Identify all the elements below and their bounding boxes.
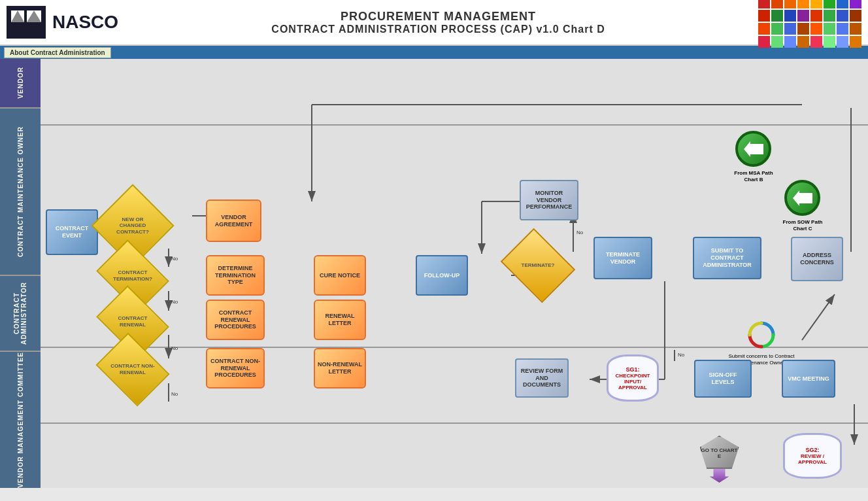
divider-3	[41, 423, 868, 424]
sign-off-box: SIGN-OFF LEVELS	[694, 360, 752, 398]
divider-1	[41, 124, 868, 126]
color-cell	[837, 36, 848, 48]
review-form-box: REVIEW FORM AND DOCUMENTS	[515, 358, 569, 398]
color-cell	[837, 23, 848, 35]
color-cell	[850, 10, 861, 22]
color-cell	[810, 0, 822, 9]
terminate-vendor-box: TERMINATE VENDOR	[593, 237, 652, 279]
diagram-area: VENDOR CONTRACT MAINTENANCE OWNER CONTRA…	[0, 59, 868, 488]
arrow-left-icon	[744, 141, 763, 157]
follow-up-box: FOLLOW-UP	[416, 255, 468, 296]
svg-text:No: No	[678, 352, 685, 358]
renewal-letter-box: RENEWAL LETTER	[314, 300, 366, 340]
down-arrow-purple	[710, 469, 729, 483]
renewal-procedures-box: CONTRACT RENEWAL PROCEDURES	[206, 300, 265, 340]
about-tab[interactable]: About Contract Administration	[4, 47, 111, 58]
color-cell	[797, 36, 809, 48]
go-to-chart-e: GO TO CHART E	[698, 436, 741, 483]
non-renewal-procedures-box: CONTRACT NON-RENEWAL PROCEDURES	[206, 348, 265, 389]
arrow-left-icon-2	[793, 190, 812, 206]
color-cell	[784, 0, 796, 9]
color-cell	[837, 0, 848, 9]
color-cell	[837, 10, 848, 22]
svg-text:No: No	[171, 391, 178, 397]
nasco-logo-icon	[10, 9, 42, 35]
lane-label-ca: CONTRACT ADMINISTRATOR	[0, 276, 41, 352]
color-cell	[758, 10, 770, 22]
color-cell	[810, 10, 822, 22]
address-concerns-box: ADDRESS CONCERNS	[791, 237, 843, 281]
color-cell	[824, 23, 835, 35]
color-cell	[771, 10, 783, 22]
monitor-vendor-box: MONITOR VENDOR PERFORMANCE	[520, 180, 578, 220]
svg-text:No: No	[171, 256, 178, 262]
title-sub: CONTRACT ADMINISTRATION PROCESS (CAP) v1…	[118, 24, 758, 35]
vmc-meeting-box: VMC MEETING	[782, 360, 835, 398]
chart-e-shape: GO TO CHART E	[700, 436, 739, 469]
tab-bar: About Contract Administration	[0, 46, 868, 59]
title-area: PROCUREMENT MANAGEMENT CONTRACT ADMINIST…	[118, 10, 758, 35]
color-cell	[784, 23, 796, 35]
logo-text: NASCO	[52, 12, 118, 33]
swimlane-labels: VENDOR CONTRACT MAINTENANCE OWNER CONTRA…	[0, 59, 41, 488]
terminate-diamond: TERMINATE?	[509, 242, 567, 289]
logo-box	[7, 6, 46, 39]
logo-area: NASCO	[7, 6, 118, 39]
color-cell	[850, 36, 861, 48]
color-cell	[797, 0, 809, 9]
header: NASCO PROCUREMENT MANAGEMENT CONTRACT AD…	[0, 0, 868, 46]
color-cell	[810, 36, 822, 48]
color-cell	[824, 36, 835, 48]
color-cell	[850, 23, 861, 35]
cure-notice-box: CURE NOTICE	[314, 255, 366, 296]
from-sow-label: From SOW PathChart C	[773, 219, 832, 233]
divider-2	[41, 347, 868, 348]
color-grid	[758, 0, 861, 48]
vendor-agreement-box: VENDOR AGREEMENT	[206, 199, 261, 242]
lane-label-cmo: CONTRACT MAINTENANCE OWNER	[0, 109, 41, 276]
sg2-box: SG2: REVIEW / APPROVAL	[783, 433, 842, 479]
non-renewal-letter-box: NON-RENEWAL LETTER	[314, 348, 366, 389]
from-msa-label: From MSA PathChart B	[724, 170, 783, 184]
color-cell	[810, 23, 822, 35]
svg-text:No: No	[171, 299, 178, 305]
color-cell	[784, 10, 796, 22]
title-main: PROCUREMENT MANAGEMENT	[118, 10, 758, 24]
color-cell	[784, 36, 796, 48]
lane-label-vendor: VENDOR	[0, 59, 41, 109]
non-renewal-diamond: CONTRACT NON-RENEWAL	[103, 347, 162, 392]
color-cell	[758, 23, 770, 35]
color-cell	[758, 36, 770, 48]
determine-termination-box: DETERMINE TERMINATION TYPE	[206, 255, 265, 296]
svg-text:No: No	[576, 230, 584, 235]
sg1-box: SG1: CHECKPOINT INPUT/ APPROVAL	[607, 354, 659, 402]
color-cell	[771, 36, 783, 48]
lane-label-vmc: VENDOR MANAGEMENT COMMITTEE	[0, 352, 41, 488]
color-cell	[850, 0, 861, 9]
color-cell	[771, 0, 783, 9]
main-container: NASCO PROCUREMENT MANAGEMENT CONTRACT AD…	[0, 0, 868, 501]
contract-event-box: CONTRACT EVENT	[46, 209, 98, 255]
color-cell	[824, 10, 835, 22]
svg-line-40	[802, 294, 835, 340]
color-cell	[824, 0, 835, 9]
svg-marker-53	[744, 141, 763, 157]
spinner-icon	[747, 320, 776, 350]
color-cell	[758, 0, 770, 9]
color-cell	[771, 23, 783, 35]
color-cell	[797, 23, 809, 35]
submit-to-ca-box: SUBMIT TO CONTRACT ADMINISTRATOR	[693, 237, 761, 279]
spinner-svg	[747, 320, 776, 350]
from-sow-circle[interactable]	[784, 180, 820, 216]
color-cell	[797, 10, 809, 22]
from-msa-circle[interactable]	[735, 131, 771, 167]
svg-marker-54	[793, 190, 812, 206]
